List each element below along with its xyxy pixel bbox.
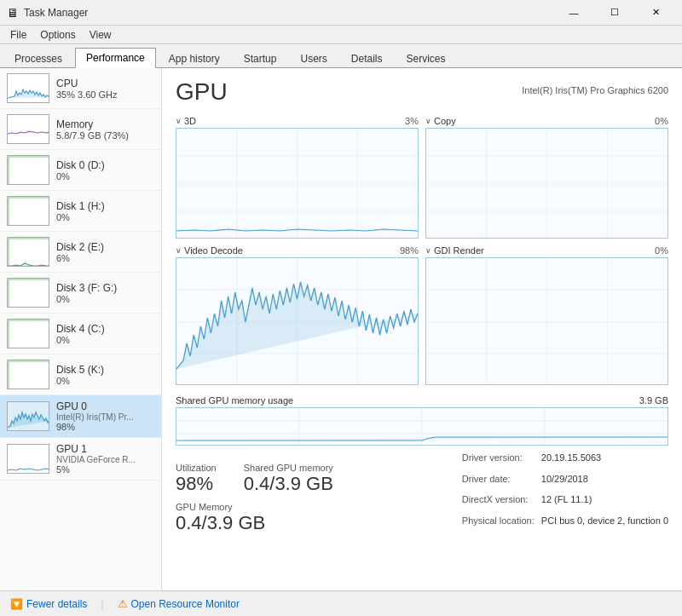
stat-shared-gpu-mem-value: 0.4/3.9 GB — [244, 473, 333, 495]
svg-rect-0 — [8, 115, 49, 144]
open-resource-monitor-link[interactable]: ⚠ Open Resource Monitor — [118, 597, 240, 610]
sidebar-item-disk0[interactable]: Disk 0 (D:) 0% — [0, 150, 161, 191]
tab-users[interactable]: Users — [289, 49, 338, 68]
disk0-pct: 0% — [56, 171, 154, 181]
tab-services[interactable]: Services — [396, 49, 457, 68]
tab-app-history[interactable]: App history — [158, 49, 231, 68]
disk1-label: Disk 1 (H:) — [56, 200, 154, 212]
stat-shared-gpu-mem: Shared GPU memory 0.4/3.9 GB — [244, 463, 333, 495]
shared-mem-header: Shared GPU memory usage 3.9 GB — [176, 395, 668, 406]
sidebar-item-disk3[interactable]: Disk 3 (F: G:) 0% — [0, 273, 161, 314]
chart-3d-section: ∨ 3D 3% — [176, 116, 422, 245]
detail-title: GPU — [176, 78, 228, 106]
open-resource-monitor-label: Open Resource Monitor — [131, 598, 240, 610]
stats-row-top: Utilization 98% Shared GPU memory 0.4/3.… — [176, 463, 333, 495]
menu-file[interactable]: File — [3, 27, 33, 43]
gpu1-sublabel: NVIDIA GeForce R... — [56, 455, 154, 464]
window-controls: — ☐ ✕ — [554, 0, 675, 26]
info-directx-key: DirectX version: — [462, 494, 535, 514]
tab-startup[interactable]: Startup — [233, 49, 288, 68]
sidebar-item-cpu[interactable]: CPU 35% 3.60 GHz — [0, 68, 161, 109]
chart-videodecode-label: ∨ Video Decode — [176, 245, 243, 256]
disk0-label: Disk 0 (D:) — [56, 159, 154, 171]
chart-videodecode-header: ∨ Video Decode 98% — [176, 245, 419, 256]
disk3-label: Disk 3 (F: G:) — [56, 282, 154, 294]
sidebar-item-disk2[interactable]: Disk 2 (E:) 6% — [0, 232, 161, 273]
cpu-thumb — [7, 73, 49, 103]
title-bar: 🖥 Task Manager — ☐ ✕ — [0, 0, 682, 26]
disk4-label: Disk 4 (C:) — [56, 323, 154, 335]
chart-videodecode-arrow: ∨ — [176, 246, 182, 255]
info-grid: Driver version: 20.19.15.5063 Driver dat… — [462, 452, 668, 534]
svg-rect-9 — [8, 320, 49, 348]
chart-gdirender-header: ∨ GDI Render 0% — [425, 245, 668, 256]
shared-mem-label: Shared GPU memory usage — [176, 395, 293, 406]
disk0-thumb — [7, 155, 49, 185]
separator: | — [101, 598, 103, 610]
stat-gpu-memory-label: GPU Memory — [176, 502, 333, 512]
disk5-thumb — [7, 360, 49, 389]
disk2-label: Disk 2 (E:) — [56, 241, 154, 253]
maximize-button[interactable]: ☐ — [595, 0, 634, 26]
detail-panel: GPU Intel(R) Iris(TM) Pro Graphics 6200 … — [162, 68, 682, 590]
shared-mem-chart — [176, 407, 668, 446]
tab-processes[interactable]: Processes — [3, 49, 73, 68]
gpu1-thumb — [7, 444, 49, 474]
info-physical-key: Physical location: — [462, 515, 535, 535]
menu-options[interactable]: Options — [33, 27, 82, 43]
stats-and-info: Utilization 98% Shared GPU memory 0.4/3.… — [176, 452, 668, 534]
disk3-pct: 0% — [56, 294, 154, 304]
sidebar-item-disk4[interactable]: Disk 4 (C:) 0% — [0, 314, 161, 354]
disk5-pct: 0% — [56, 376, 154, 386]
chart-copy-header: ∨ Copy 0% — [425, 116, 668, 126]
svg-rect-11 — [8, 360, 49, 389]
sidebar-item-disk1[interactable]: Disk 1 (H:) 0% — [0, 191, 161, 232]
memory-label: Memory — [56, 118, 154, 130]
gpu0-label: GPU 0 — [56, 400, 154, 412]
svg-rect-7 — [8, 279, 49, 308]
main-content: CPU 35% 3.60 GHz Memory 5.8/7.9 GB (73%) — [0, 68, 682, 590]
chart-videodecode-box — [176, 257, 419, 385]
memory-pct: 5.8/7.9 GB (73%) — [56, 130, 154, 141]
info-directx-val: 12 (FL 11.1) — [541, 494, 668, 514]
chart-videodecode-section: ∨ Video Decode 98% — [176, 245, 422, 392]
stat-gpu-memory: GPU Memory 0.4/3.9 GB — [176, 502, 333, 534]
disk2-pct: 6% — [56, 253, 154, 263]
stat-utilization-label: Utilization — [176, 463, 217, 473]
stat-utilization: Utilization 98% — [176, 463, 217, 495]
tab-details[interactable]: Details — [340, 49, 394, 68]
chart-gdirender-label: ∨ GDI Render — [425, 245, 484, 256]
bottom-bar: 🔽 Fewer details | ⚠ Open Resource Monito… — [0, 590, 682, 616]
fewer-details-link[interactable]: 🔽 Fewer details — [10, 598, 87, 610]
cpu-label: CPU — [56, 78, 154, 89]
chart-gdirender-box — [425, 257, 668, 385]
sidebar-item-disk5[interactable]: Disk 5 (K:) 0% — [0, 354, 161, 395]
disk5-label: Disk 5 (K:) — [56, 364, 154, 376]
close-button[interactable]: ✕ — [636, 0, 675, 26]
gpu1-pct: 5% — [56, 464, 154, 475]
chart-gdirender-pct: 0% — [655, 245, 668, 256]
gpu1-label: GPU 1 — [56, 443, 154, 455]
stat-gpu-memory-value: 0.4/3.9 GB — [176, 512, 333, 534]
minimize-button[interactable]: — — [554, 0, 593, 26]
gpu0-thumb — [7, 401, 49, 431]
disk4-pct: 0% — [56, 335, 154, 345]
disk3-thumb — [7, 278, 49, 308]
charts-grid: ∨ 3D 3% — [176, 116, 668, 392]
svg-rect-1 — [8, 156, 49, 185]
tab-performance[interactable]: Performance — [75, 48, 156, 68]
chart-copy-arrow: ∨ — [425, 117, 431, 125]
stats-left: Utilization 98% Shared GPU memory 0.4/3.… — [176, 452, 333, 534]
sidebar-item-gpu1[interactable]: GPU 1 NVIDIA GeForce R... 5% — [0, 438, 161, 481]
menu-view[interactable]: View — [83, 27, 118, 43]
sidebar-item-gpu0[interactable]: GPU 0 Intel(R) Iris(TM) Pr... 98% — [0, 395, 161, 438]
chart-3d-label: ∨ 3D — [176, 116, 196, 126]
info-driver-version-val: 20.19.15.5063 — [541, 452, 668, 472]
sidebar-item-memory[interactable]: Memory 5.8/7.9 GB (73%) — [0, 109, 161, 150]
shared-mem-section: Shared GPU memory usage 3.9 GB — [176, 395, 668, 446]
disk1-thumb — [7, 196, 49, 226]
chart-3d-pct: 3% — [405, 116, 419, 126]
chart-gdirender-arrow: ∨ — [425, 246, 431, 255]
shared-mem-value: 3.9 GB — [639, 395, 668, 406]
fewer-details-icon: 🔽 — [10, 598, 23, 610]
